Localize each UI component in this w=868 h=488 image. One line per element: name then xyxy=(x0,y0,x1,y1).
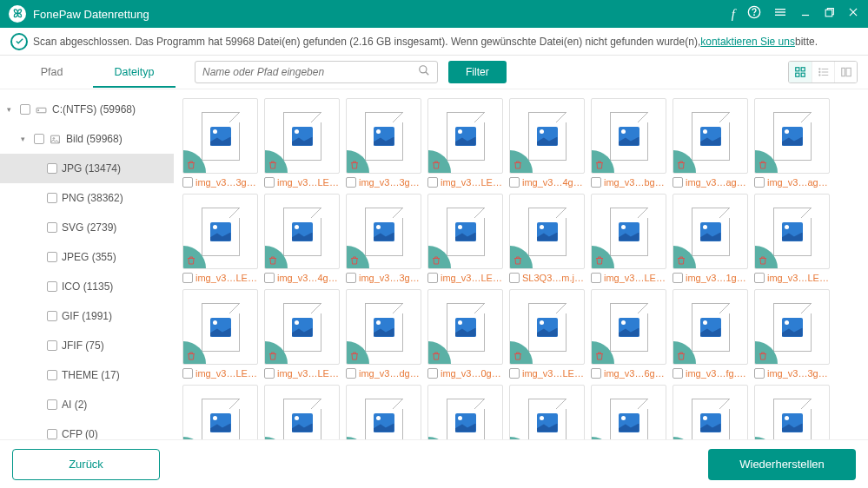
tab-path[interactable]: Pfad xyxy=(10,57,93,87)
checkbox[interactable] xyxy=(34,134,44,144)
tree-type-item[interactable]: AI (2) xyxy=(0,390,174,419)
file-thumbnail[interactable]: img_v3…LE.jpg xyxy=(264,98,340,188)
checkbox[interactable] xyxy=(47,311,57,321)
checkbox[interactable] xyxy=(509,273,520,283)
thumbnail-image[interactable] xyxy=(754,98,830,174)
checkbox[interactable] xyxy=(346,368,356,379)
file-thumbnail[interactable]: img_v3…LE.jpg xyxy=(182,194,258,283)
file-thumbnail[interactable] xyxy=(346,385,421,439)
file-thumbnail[interactable]: img_v3…ag.jpg xyxy=(754,98,830,188)
filter-button[interactable]: Filter xyxy=(448,61,507,83)
thumbnail-image[interactable] xyxy=(264,98,340,174)
tree-root[interactable]: ▾ C:(NTFS) (59968) xyxy=(0,95,174,124)
search-icon[interactable] xyxy=(418,64,430,80)
checkbox[interactable] xyxy=(427,177,438,188)
recover-button[interactable]: Wiederherstellen xyxy=(708,449,856,480)
checkbox[interactable] xyxy=(264,177,275,188)
thumbnail-image[interactable] xyxy=(346,194,421,269)
thumbnail-image[interactable] xyxy=(591,98,666,174)
file-thumbnail[interactable]: img_v3…LE.jpg xyxy=(427,194,503,283)
thumbnail-image[interactable] xyxy=(591,194,666,269)
checkbox[interactable] xyxy=(182,273,193,283)
tree-type-item[interactable]: THEME (17) xyxy=(0,360,174,390)
checkbox[interactable] xyxy=(47,252,57,262)
file-thumbnail[interactable]: img_v3…fg.jpg xyxy=(673,289,748,379)
thumbnail-image[interactable] xyxy=(509,194,585,269)
file-thumbnail[interactable]: img_v3…ag.jpg xyxy=(673,98,748,188)
file-thumbnail[interactable]: img_v3…dg.jpg xyxy=(346,289,421,379)
checkbox[interactable] xyxy=(754,177,765,188)
checkbox[interactable] xyxy=(509,177,520,188)
search-input[interactable] xyxy=(202,66,418,78)
tree-type-item[interactable]: GIF (1991) xyxy=(0,301,174,331)
thumbnail-image[interactable] xyxy=(673,385,748,439)
file-thumbnail[interactable] xyxy=(427,385,503,439)
checkbox[interactable] xyxy=(673,368,683,379)
checkbox[interactable] xyxy=(673,177,683,188)
file-thumbnail[interactable]: img_v3…LE.jpg xyxy=(754,194,830,283)
tree-type-item[interactable]: SVG (2739) xyxy=(0,213,174,242)
checkbox[interactable] xyxy=(20,104,30,115)
checkbox[interactable] xyxy=(346,273,356,283)
file-thumbnail[interactable] xyxy=(754,385,830,439)
checkbox[interactable] xyxy=(47,399,57,410)
thumbnail-image[interactable] xyxy=(346,289,421,365)
checkbox[interactable] xyxy=(182,177,193,188)
checkbox[interactable] xyxy=(47,429,57,439)
thumbnail-image[interactable] xyxy=(673,194,748,269)
checkbox[interactable] xyxy=(754,273,765,283)
checkbox[interactable] xyxy=(509,368,520,379)
checkbox[interactable] xyxy=(47,340,57,351)
file-thumbnail[interactable]: img_v3…bg.jpg xyxy=(591,98,666,188)
checkbox[interactable] xyxy=(264,368,275,379)
checkbox[interactable] xyxy=(182,368,193,379)
thumbnail-image[interactable] xyxy=(346,98,421,174)
file-thumbnail[interactable]: img_v3…LE.jpg xyxy=(182,289,258,379)
file-thumbnail[interactable]: SL3Q3…m.jpg xyxy=(509,194,585,283)
thumbnail-image[interactable] xyxy=(591,385,666,439)
thumbnail-image[interactable] xyxy=(182,385,258,439)
chevron-down-icon[interactable]: ▾ xyxy=(21,135,30,143)
thumbnail-image[interactable] xyxy=(509,98,585,174)
checkbox[interactable] xyxy=(427,273,438,283)
facebook-icon[interactable]: f xyxy=(732,7,735,22)
file-thumbnail[interactable]: img_v3…LE.jpg xyxy=(264,289,340,379)
thumbnail-image[interactable] xyxy=(509,385,585,439)
thumbnail-image[interactable] xyxy=(427,194,503,269)
checkbox[interactable] xyxy=(591,368,601,379)
thumbnail-image[interactable] xyxy=(264,385,340,439)
tree-type-item[interactable]: PNG (38362) xyxy=(0,183,174,213)
thumbnail-image[interactable] xyxy=(182,289,258,365)
help-icon[interactable] xyxy=(747,5,761,23)
checkbox[interactable] xyxy=(47,222,57,233)
thumbnail-image[interactable] xyxy=(754,194,830,269)
menu-icon[interactable] xyxy=(773,5,787,23)
file-thumbnail[interactable]: img_v3…3g.jpg xyxy=(182,98,258,188)
thumbnail-image[interactable] xyxy=(591,289,666,365)
file-thumbnail[interactable]: img_v3…6g.jpg xyxy=(591,289,666,379)
checkbox[interactable] xyxy=(346,177,356,188)
checkbox[interactable] xyxy=(47,281,57,292)
thumbnail-image[interactable] xyxy=(182,98,258,174)
thumbnail-image[interactable] xyxy=(673,289,748,365)
checkbox[interactable] xyxy=(754,368,765,379)
back-button[interactable]: Zurück xyxy=(12,449,160,480)
file-thumbnail[interactable]: img_v3…0g.jpg xyxy=(427,289,503,379)
contact-link[interactable]: kontaktieren Sie uns xyxy=(700,36,795,48)
tree-type-item[interactable]: JPEG (355) xyxy=(0,242,174,272)
file-thumbnail[interactable]: img_v3…3g.jpg xyxy=(346,194,421,283)
view-detail-button[interactable] xyxy=(834,62,857,82)
thumbnail-image[interactable] xyxy=(509,289,585,365)
file-thumbnail[interactable] xyxy=(509,385,585,439)
file-thumbnail[interactable] xyxy=(264,385,340,439)
tab-filetype[interactable]: Dateityp xyxy=(93,57,176,87)
thumbnail-image[interactable] xyxy=(673,98,748,174)
file-thumbnail[interactable]: img_v3…LE.jpg xyxy=(427,98,503,188)
tree-bild[interactable]: ▾ Bild (59968) xyxy=(0,124,174,154)
checkbox[interactable] xyxy=(427,368,438,379)
file-thumbnail[interactable]: img_v3…1g.jpg xyxy=(673,194,748,283)
checkbox[interactable] xyxy=(591,273,601,283)
checkbox[interactable] xyxy=(673,273,683,283)
thumbnail-image[interactable] xyxy=(427,98,503,174)
file-thumbnail[interactable] xyxy=(182,385,258,439)
